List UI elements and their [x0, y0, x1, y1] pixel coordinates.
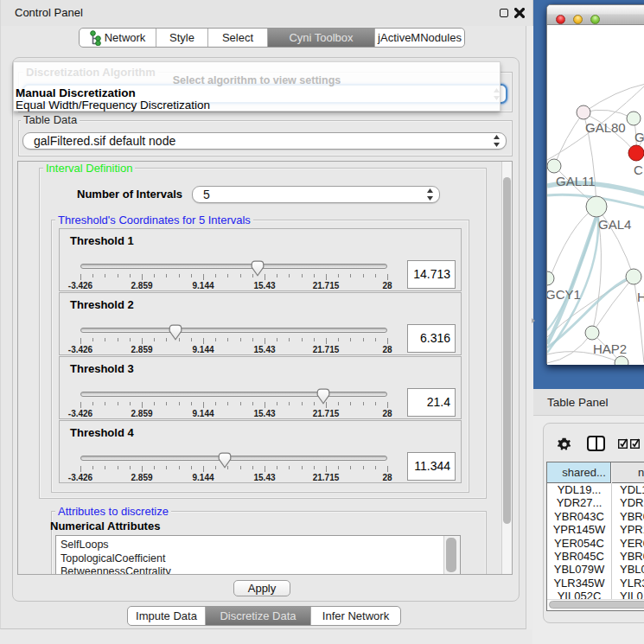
- svg-text:GAL4: GAL4: [598, 217, 631, 232]
- svg-text:H: H: [637, 290, 644, 304]
- svg-text:GCY1: GCY1: [547, 287, 581, 302]
- svg-text:GAL80: GAL80: [585, 120, 626, 135]
- svg-text:GA: GA: [634, 130, 644, 144]
- svg-text:C: C: [634, 163, 643, 177]
- svg-text:GAL11: GAL11: [556, 174, 596, 188]
- svg-text:HAP2: HAP2: [593, 341, 627, 356]
